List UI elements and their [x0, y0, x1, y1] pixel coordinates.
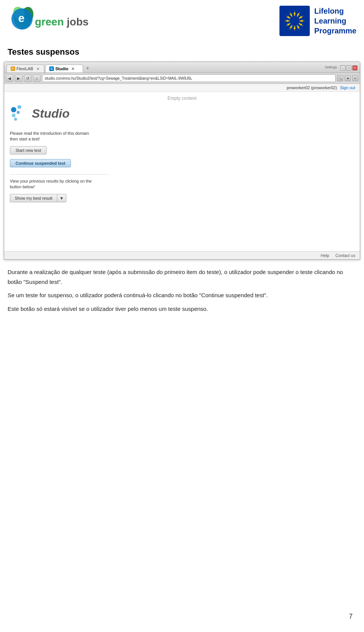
address-bar-text: studio.corvinno.hu/Studio2/test/?cg=Sewa… — [45, 76, 192, 80]
maximize-button[interactable]: □ — [346, 65, 351, 71]
studio-content: Empty content Studio Please read the int… — [4, 92, 360, 251]
browser-bottom-bar: Help Contact us — [4, 251, 360, 259]
browser-chrome: F FlexiLAB ✕ S Studio ✕ + Settings – □ ✕ — [4, 62, 360, 73]
page-title: Testes suspensos — [0, 45, 364, 61]
menu-button[interactable]: ≡ — [352, 75, 358, 81]
svg-text:e: e — [18, 12, 25, 24]
minimize-button[interactable]: – — [340, 65, 345, 71]
section-divider — [10, 174, 108, 175]
description-paragraph-3: Este botão só estará visível se o utiliz… — [8, 304, 356, 314]
empty-content-label: Empty content — [10, 96, 354, 101]
browser-window: F FlexiLAB ✕ S Studio ✕ + Settings – □ ✕… — [4, 61, 360, 260]
tab-flexilab[interactable]: F FlexiLAB ✕ — [6, 65, 44, 72]
forward-button[interactable]: ▶ — [15, 74, 22, 82]
studio-intro-text: Please read the introduction of this dom… — [10, 131, 108, 142]
tab-studio-label: Studio — [55, 66, 68, 71]
svg-point-25 — [17, 111, 20, 114]
tab-flexilab-close[interactable]: ✕ — [36, 67, 39, 71]
greenjobs-logo: e green green jobs — [8, 6, 91, 41]
browser-window-controls: Settings – □ ✕ — [325, 65, 358, 71]
flexilab-favicon: F — [11, 66, 15, 71]
svg-text:green
        jobs: green jobs — [35, 16, 89, 28]
contact-us-link[interactable]: Contact us — [335, 253, 355, 258]
studio-logo-icon — [10, 104, 29, 123]
studio-logo: Studio — [10, 104, 354, 123]
svg-point-26 — [14, 118, 17, 121]
description-area: Durante a realização de qualquer teste (… — [0, 260, 364, 321]
description-paragraph-2: Se um teste for suspenso, o utilizador p… — [8, 290, 356, 300]
svg-point-24 — [12, 113, 16, 117]
browser-tabs: F FlexiLAB ✕ S Studio ✕ + — [6, 63, 91, 72]
eu-logo: Lifelong Learning Programme — [279, 6, 356, 36]
back-button[interactable]: ◀ — [6, 74, 13, 82]
start-new-test-button[interactable]: Start new test — [10, 146, 47, 154]
svg-point-23 — [17, 105, 21, 109]
page-header: e green green jobs — [0, 0, 364, 45]
studio-user-bar: proworker02 (proworker02) Sign out — [4, 84, 360, 92]
close-button[interactable]: ✕ — [352, 65, 358, 71]
show-best-result-dropdown[interactable]: ▼ — [57, 194, 66, 202]
svg-rect-8 — [279, 6, 310, 36]
tab-flexilab-label: FlexiLAB — [17, 66, 33, 71]
studio-action-area: Please read the introduction of this dom… — [10, 131, 108, 202]
description-paragraph-1: Durante a realização de qualquer teste (… — [8, 267, 356, 287]
svg-point-22 — [11, 107, 16, 112]
help-link[interactable]: Help — [321, 253, 329, 258]
tab-studio[interactable]: S Studio ✕ — [45, 65, 83, 72]
studio-logo-text: Studio — [32, 107, 70, 121]
reload-button[interactable]: ↺ — [24, 74, 31, 82]
address-bar[interactable]: studio.corvinno.hu/Studio2/test/?cg=Sewa… — [42, 74, 336, 82]
show-best-result-container: Show my best result ▼ — [10, 194, 108, 202]
home-button[interactable]: ⌂ — [33, 74, 41, 82]
continue-suspended-test-button[interactable]: Continue suspended test — [10, 159, 71, 167]
browser-controls: ◀ ▶ ↺ ⌂ studio.corvinno.hu/Studio2/test/… — [4, 73, 360, 84]
results-text: View your previous results by clicking o… — [10, 178, 108, 190]
username-text: proworker02 (proworker02) — [287, 85, 337, 90]
studio-favicon: S — [49, 66, 54, 71]
show-best-result-button[interactable]: Show my best result — [10, 194, 57, 202]
settings-label: Settings — [325, 65, 337, 71]
sign-out-link[interactable]: Sign out — [340, 85, 355, 90]
tab-studio-close[interactable]: ✕ — [71, 67, 74, 71]
new-tab-button[interactable]: + — [84, 63, 91, 72]
star-button[interactable]: ★ — [345, 75, 351, 81]
lifelong-learning-text: Lifelong Learning Programme — [314, 6, 356, 36]
search-button[interactable]: 🔍 — [337, 75, 343, 81]
page-number: 7 — [349, 613, 353, 621]
